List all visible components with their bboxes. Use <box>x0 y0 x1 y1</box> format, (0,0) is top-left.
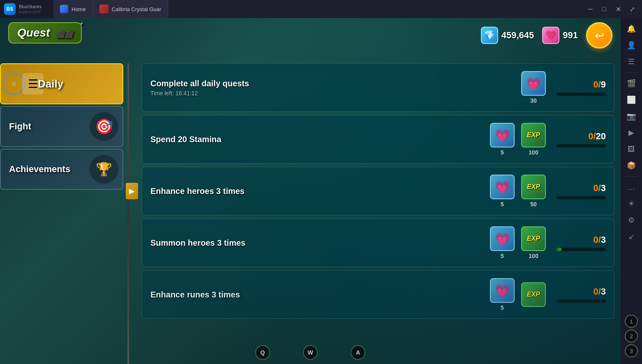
pink-icon: 💗 <box>542 27 559 44</box>
play-icon[interactable]: ▶ <box>624 125 639 140</box>
package-icon[interactable]: 📦 <box>624 158 639 173</box>
hotkey-a[interactable]: A <box>351 345 365 360</box>
record-icon[interactable]: 🎬 <box>624 76 639 91</box>
sidebar-divider-2 <box>625 176 637 177</box>
game-tab-icon <box>99 5 109 14</box>
reward-gem-3a: 💗 5 <box>490 226 515 259</box>
right-sidebar: 🔔 👤 ☰ 🎬 ⬜ 📷 ▶ 🖼 📦 … ☀ ⚙ ↙ 1 2 3 <box>621 18 642 364</box>
titlebar-left: BS BlueStacks 4.190.0.1072 Home Calibria… <box>0 0 168 18</box>
gem-reward-box: 💗 <box>490 226 515 251</box>
gem-icon: 💎 <box>481 27 498 44</box>
sidebar-divider <box>625 72 637 73</box>
exp-reward-box: EXP <box>521 226 546 251</box>
bottom-hotkeys: Q W A <box>255 345 365 360</box>
reward-exp-4b: EXP <box>521 282 546 307</box>
expand-button[interactable]: ⤢ <box>626 2 639 16</box>
progress-text: 0/3 <box>593 183 606 194</box>
progress-bar <box>557 196 606 199</box>
reward-exp-3b: EXP 100 <box>521 226 546 259</box>
pink-currency: 💗 991 <box>542 27 578 44</box>
game-area: Quest ⬛⬛ 💎 459,645 💗 991 ↩ G ☰ Daily Fig… <box>0 18 621 364</box>
quest-progress: 0/3 <box>552 235 606 251</box>
reward-gem-1a: 💗 5 <box>490 123 515 156</box>
quest-item: Spend 20 Stamina 💗 5 EXP 100 0/20 <box>142 115 614 164</box>
back-icon[interactable]: ↙ <box>624 229 639 244</box>
sidebar-fight-button[interactable]: Fight 🎯 <box>0 106 123 147</box>
num3-button[interactable]: 3 <box>625 344 638 357</box>
separator-line <box>127 63 129 364</box>
progress-bar <box>557 299 606 303</box>
minimize-button[interactable]: ─ <box>584 2 597 16</box>
fight-label: Fight <box>9 121 31 132</box>
num1-button[interactable]: 1 <box>625 315 638 328</box>
close-button[interactable]: ✕ <box>612 2 625 16</box>
back-button[interactable]: ↩ <box>586 22 612 48</box>
hotkey-q[interactable]: Q <box>255 345 270 360</box>
reward-exp-value: 100 <box>529 253 538 259</box>
exp-reward-box: EXP <box>521 175 546 199</box>
progress-text: 0/20 <box>588 131 606 142</box>
fight-icon: 🎯 <box>90 112 118 141</box>
maximize-button[interactable]: □ <box>598 2 611 16</box>
quest-progress: 0/3 <box>552 286 606 303</box>
reward-gem-4a: 💗 5 <box>490 278 515 311</box>
reward-gem-2a: 💗 5 <box>490 175 515 207</box>
reward-gem-value: 5 <box>501 304 504 311</box>
quest-item: Complete all daily quests Time left: 16:… <box>142 63 614 112</box>
quest-item: Enhance heroes 3 times 💗 5 EXP 50 0/3 <box>142 167 614 215</box>
home-tab-icon <box>60 5 68 13</box>
daily-label: Daily <box>38 78 63 90</box>
reward-exp-value: 50 <box>530 201 537 207</box>
home-tab[interactable]: Home <box>53 0 93 18</box>
gem-reward-box: 💗 <box>490 123 515 147</box>
gem-currency: 💎 459,645 <box>481 27 534 44</box>
home-tab-label: Home <box>72 6 86 12</box>
gem-reward-box: 💗 <box>490 278 515 303</box>
screen-icon[interactable]: ⬜ <box>624 92 639 107</box>
achievements-label: Achievements <box>9 164 70 175</box>
notification-icon[interactable]: 🔔 <box>624 21 639 36</box>
sidebar-daily-button[interactable]: G ☰ Daily <box>0 63 123 104</box>
quest-progress: 0/20 <box>552 131 606 147</box>
settings-icon[interactable]: ⚙ <box>624 213 639 228</box>
progress-fill <box>557 248 561 251</box>
progress-bar <box>557 144 606 147</box>
progress-bar <box>557 248 606 251</box>
bluestacks-icon: BS <box>4 3 16 15</box>
quest-name: Enhance heroes 3 times <box>150 187 483 196</box>
reward-exp-1b: EXP 100 <box>521 123 546 156</box>
progress-text: 0/9 <box>593 79 606 90</box>
reward-gem-value: 30 <box>530 97 537 104</box>
exp-reward-box: EXP <box>521 123 546 147</box>
menu-icon[interactable]: ☰ <box>624 54 639 69</box>
separator-arrow: ▶ <box>126 183 138 199</box>
left-sidebar: G ☰ Daily Fight 🎯 Achievements 🏆 <box>0 63 127 191</box>
app-version: 4.190.0.1072 <box>19 10 42 14</box>
account-icon[interactable]: 👤 <box>624 38 639 53</box>
reward-gem-value: 5 <box>501 201 504 207</box>
quest-item: Summon heroes 3 times 💗 5 EXP 100 0/3 <box>142 219 614 267</box>
quest-name: Complete all daily quests Time left: 16:… <box>150 79 515 97</box>
gem-reward-box: 💗 <box>521 71 546 96</box>
num2-button[interactable]: 2 <box>625 329 638 343</box>
gallery-icon[interactable]: 🖼 <box>624 142 639 157</box>
quest-list: Complete all daily quests Time left: 16:… <box>142 63 617 356</box>
more-icon[interactable]: … <box>624 180 639 195</box>
bluestacks-logo: BS BlueStacks 4.190.0.1072 <box>0 0 53 18</box>
hotkey-w[interactable]: W <box>303 345 318 360</box>
game-tab[interactable]: Calibria Crystal Guar <box>93 0 169 18</box>
quest-progress: 0/9 <box>552 79 606 96</box>
sidebar-achievements-button[interactable]: Achievements 🏆 <box>0 149 123 190</box>
quest-progress: 0/3 <box>552 183 606 199</box>
progress-text: 0/3 <box>593 235 606 245</box>
camera-icon[interactable]: 📷 <box>624 109 639 124</box>
quest-name: Enhance runes 3 times <box>150 290 483 299</box>
window-controls: ─ □ ✕ ⤢ <box>584 2 642 16</box>
quest-name: Summon heroes 3 times <box>150 238 483 248</box>
gem-reward-box: 💗 <box>490 175 515 199</box>
titlebar: BS BlueStacks 4.190.0.1072 Home Calibria… <box>0 0 642 18</box>
reward-gem-value: 5 <box>501 253 504 259</box>
bluestacks-text: BlueStacks 4.190.0.1072 <box>19 4 42 14</box>
brightness-icon[interactable]: ☀ <box>624 196 639 211</box>
reward-gem-value: 5 <box>501 149 504 156</box>
